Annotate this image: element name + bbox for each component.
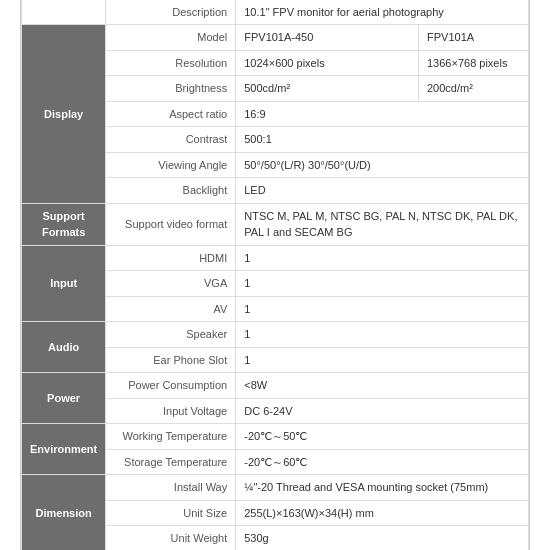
spec-value: 50°/50°(L/R) 30°/50°(U/D) bbox=[236, 152, 529, 178]
spec-value: 500cd/m² bbox=[236, 76, 419, 102]
spec-value: 1 bbox=[236, 322, 529, 348]
spec-value: 1 bbox=[236, 347, 529, 373]
spec-value: ¼"-20 Thread and VESA mounting socket (7… bbox=[236, 475, 529, 501]
spec-label: Power Consumption bbox=[106, 373, 236, 399]
spec-label: Model bbox=[106, 25, 236, 51]
spec-value: LED bbox=[236, 178, 529, 204]
spec-label: VGA bbox=[106, 271, 236, 297]
spec-label: Backlight bbox=[106, 178, 236, 204]
spec-label: HDMI bbox=[106, 245, 236, 271]
category-cell-empty bbox=[22, 0, 106, 25]
spec-label: Contrast bbox=[106, 127, 236, 153]
spec-label: Aspect ratio bbox=[106, 101, 236, 127]
category-cell: Audio bbox=[22, 322, 106, 373]
category-cell: Display bbox=[22, 25, 106, 204]
spec-label: Unit Weight bbox=[106, 526, 236, 551]
spec-value: <8W bbox=[236, 373, 529, 399]
spec-value: 16:9 bbox=[236, 101, 529, 127]
spec-value: 1 bbox=[236, 245, 529, 271]
spec-label: Install Way bbox=[106, 475, 236, 501]
spec-label: AV bbox=[106, 296, 236, 322]
spec-label: Description bbox=[106, 0, 236, 25]
spec-value: FPV101A-450 bbox=[236, 25, 419, 51]
spec-label: Storage Temperature bbox=[106, 449, 236, 475]
category-cell: Dimension bbox=[22, 475, 106, 551]
spec-label: Brightness bbox=[106, 76, 236, 102]
spec-value: -20℃～60℃ bbox=[236, 449, 529, 475]
spec-value-alt: 200cd/m² bbox=[419, 76, 529, 102]
spec-value-alt: FPV101A bbox=[419, 25, 529, 51]
spec-value: 10.1" FPV monitor for aerial photography bbox=[236, 0, 529, 25]
spec-value: 530g bbox=[236, 526, 529, 551]
spec-label: Resolution bbox=[106, 50, 236, 76]
spec-label: Unit Size bbox=[106, 500, 236, 526]
spec-value: 255(L)×163(W)×34(H) mm bbox=[236, 500, 529, 526]
spec-value: 1 bbox=[236, 296, 529, 322]
spec-label: Working Temperature bbox=[106, 424, 236, 450]
category-cell: Environment bbox=[22, 424, 106, 475]
spec-label: Viewing Angle bbox=[106, 152, 236, 178]
spec-value: 1024×600 pixels bbox=[236, 50, 419, 76]
category-cell: Support Formats bbox=[22, 203, 106, 245]
spec-label: Support video format bbox=[106, 203, 236, 245]
spec-label: Ear Phone Slot bbox=[106, 347, 236, 373]
spec-value: -20℃～50℃ bbox=[236, 424, 529, 450]
category-cell: Power bbox=[22, 373, 106, 424]
spec-label: Input Voltage bbox=[106, 398, 236, 424]
spec-value: NTSC M, PAL M, NTSC BG, PAL N, NTSC DK, … bbox=[236, 203, 529, 245]
spec-value: 500:1 bbox=[236, 127, 529, 153]
spec-value-alt: 1366×768 pixels bbox=[419, 50, 529, 76]
spec-value: DC 6-24V bbox=[236, 398, 529, 424]
spec-value: 1 bbox=[236, 271, 529, 297]
spec-label: Speaker bbox=[106, 322, 236, 348]
category-cell: Input bbox=[22, 245, 106, 322]
spec-table-wrapper: Description10.1" FPV monitor for aerial … bbox=[20, 0, 530, 550]
